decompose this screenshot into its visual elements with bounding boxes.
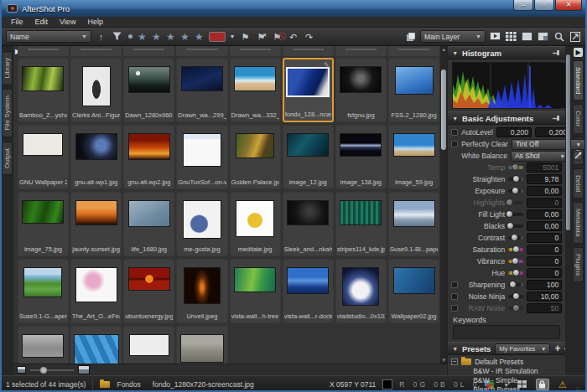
eyedropper-icon[interactable]: [573, 151, 583, 161]
sharpening-checkbox[interactable]: [451, 281, 458, 288]
thumbnail-cell[interactable]: Drawn_wa...332_.jpg: [230, 58, 281, 122]
pin-icon[interactable]: [553, 115, 561, 122]
thumbnail-cell[interactable]: life_1680.jpg: [123, 192, 174, 256]
thumbnail-cell[interactable]: Drawn_wa...299_.jpg: [176, 58, 227, 122]
minimize-button[interactable]: –: [513, 0, 533, 11]
scroll-down-icon[interactable]: ▼: [440, 358, 447, 363]
tab-standard[interactable]: Standard: [573, 60, 584, 101]
color-label-swatch[interactable]: [209, 32, 226, 42]
flag-reject-icon[interactable]: ⚑✕: [255, 30, 268, 43]
slider-track[interactable]: [508, 236, 523, 240]
combo-view-icon[interactable]: [537, 30, 549, 43]
thumbnail-cell[interactable]: [123, 326, 174, 364]
preset-item[interactable]: B&W - IR Simulation: [451, 366, 562, 375]
star-icon[interactable]: ★: [138, 31, 148, 43]
thumbnail-cell[interactable]: Suse9.1-G...apers.jpg: [18, 259, 69, 323]
autolevel-value-1[interactable]: 0,200: [496, 127, 532, 137]
thumbnail-cell-partial[interactable]: [70, 46, 122, 56]
thumbnail-cell[interactable]: FSS-2_1280.jpg: [388, 58, 439, 122]
slider-value[interactable]: 100: [527, 280, 562, 290]
thumbnail-cell[interactable]: Bamboo_Z...ysha.jpg: [18, 58, 69, 122]
presets-header[interactable]: ▼ Presets My Favorites▼ +: [448, 342, 565, 355]
menu-item-help[interactable]: Help: [81, 18, 109, 26]
slider-value[interactable]: 0,00: [527, 209, 562, 219]
thumbnail-cell[interactable]: meditate.jpg: [230, 192, 281, 256]
scrollbar-thumb[interactable]: [441, 70, 446, 150]
preset-folder-row[interactable]: −Default Presets: [451, 357, 562, 366]
thumbnail-cell-partial[interactable]: [176, 46, 227, 56]
presets-favorites-dropdown[interactable]: My Favorites▼: [495, 343, 550, 354]
thumbnail-size-slider[interactable]: [30, 369, 74, 371]
large-thumbnail-icon[interactable]: [78, 365, 90, 374]
tab-file-system[interactable]: File System: [2, 89, 13, 137]
scrollbar-thumb[interactable]: [566, 54, 570, 230]
close-button[interactable]: ✕: [555, 0, 582, 11]
slider-value[interactable]: 5001: [527, 162, 562, 173]
keywords-input[interactable]: [453, 325, 560, 339]
tab-metadata[interactable]: Metadata: [573, 202, 584, 243]
collapse-triangle-icon[interactable]: ▼: [452, 346, 458, 352]
rotate-left-icon[interactable]: ↶: [287, 30, 299, 43]
thumbnail-cell[interactable]: vista-wall...r-dock.jpg: [283, 259, 334, 323]
scroll-up-icon[interactable]: ▲: [440, 47, 447, 52]
thumbnail-cell-partial[interactable]: [123, 46, 174, 56]
slider-track[interactable]: [508, 178, 523, 181]
thumbnail-cell[interactable]: ✎fondo_128...ncast.jpg: [283, 58, 334, 122]
thumbnail-cell[interactable]: Clerks Ani...Figure.jpg: [70, 58, 122, 122]
no-rating-icon[interactable]: [128, 34, 132, 39]
slider-handle[interactable]: [512, 292, 520, 300]
rotate-right-icon[interactable]: ↷: [303, 30, 315, 43]
single-view-icon[interactable]: [521, 30, 533, 43]
pin-icon[interactable]: [553, 49, 561, 57]
thumbnail-cell[interactable]: Unveil.jpeg: [176, 259, 227, 323]
thumbnail-cell[interactable]: [176, 326, 227, 364]
chevron-down-icon[interactable]: ▼: [229, 30, 236, 43]
sort-ascending-icon[interactable]: ↑: [95, 30, 107, 43]
thumbnail-cell[interactable]: Dawn_1280x960.jpg: [123, 58, 174, 122]
grid-scrollbar[interactable]: ▲ ▼: [440, 46, 447, 364]
slider-handle[interactable]: [511, 234, 518, 241]
thumbnail-cell[interactable]: Suse9.1-Bl...papers.jpg: [388, 192, 439, 256]
slider-track[interactable]: [508, 213, 523, 216]
slider-track[interactable]: [508, 201, 523, 204]
thumbnail-cell[interactable]: image_138.jpg: [335, 125, 387, 189]
menu-item-edit[interactable]: Edit: [29, 18, 55, 26]
slider-handle[interactable]: [506, 210, 513, 218]
slider-track[interactable]: [508, 224, 523, 228]
collapse-triangle-icon[interactable]: ▼: [452, 50, 458, 56]
layers-icon[interactable]: [404, 30, 417, 43]
slider-track[interactable]: [508, 307, 523, 310]
slider-value[interactable]: 0: [527, 233, 562, 243]
slider-handle[interactable]: [512, 187, 519, 194]
slider-handle[interactable]: [506, 199, 513, 206]
maximize-button[interactable]: ▫: [534, 0, 554, 11]
noise-ninja-checkbox[interactable]: [451, 293, 458, 300]
perfectly-clear-checkbox[interactable]: [451, 141, 458, 147]
tab-library[interactable]: Library: [2, 51, 13, 85]
slider-track[interactable]: [508, 166, 523, 169]
fullscreen-icon[interactable]: [569, 30, 581, 43]
slider-value[interactable]: 10,00: [527, 291, 562, 302]
slider-value[interactable]: 0: [527, 198, 562, 208]
tab-detail[interactable]: Detail: [573, 168, 584, 199]
thumbnail-cell[interactable]: Sleek_and...nkahn.jpg: [283, 192, 334, 256]
thumbnail-cell[interactable]: jaunty-sunset.jpg: [70, 192, 122, 256]
slider-handle[interactable]: [512, 245, 520, 253]
slider-track[interactable]: [508, 283, 523, 286]
thumbnail-cell[interactable]: [18, 326, 69, 364]
thumbnail-cell[interactable]: vista-wall...h-tree.jpg: [230, 259, 281, 323]
slider-value[interactable]: 0: [527, 256, 562, 266]
thumbnail-cell[interactable]: image_59.jpg: [388, 125, 439, 189]
menu-item-file[interactable]: File: [5, 18, 29, 26]
panel-scrollbar[interactable]: [565, 46, 571, 375]
thumbnail-view-icon[interactable]: [505, 30, 517, 43]
thumbnail-cell[interactable]: gnu-alt-wp2.jpg: [123, 125, 174, 189]
star-icon[interactable]: ★: [152, 31, 163, 43]
layer-dropdown[interactable]: Main Layer▼: [420, 30, 486, 43]
thumbnail-cell-partial[interactable]: [230, 46, 281, 56]
slider-value[interactable]: 0,00: [527, 186, 562, 196]
thumbnail-cell-partial[interactable]: [283, 46, 334, 56]
raw-noise-checkbox[interactable]: [451, 305, 458, 312]
slider-value[interactable]: 9,78: [527, 174, 562, 184]
thumbnail-cell[interactable]: fsfgnu.jpg: [335, 58, 387, 122]
